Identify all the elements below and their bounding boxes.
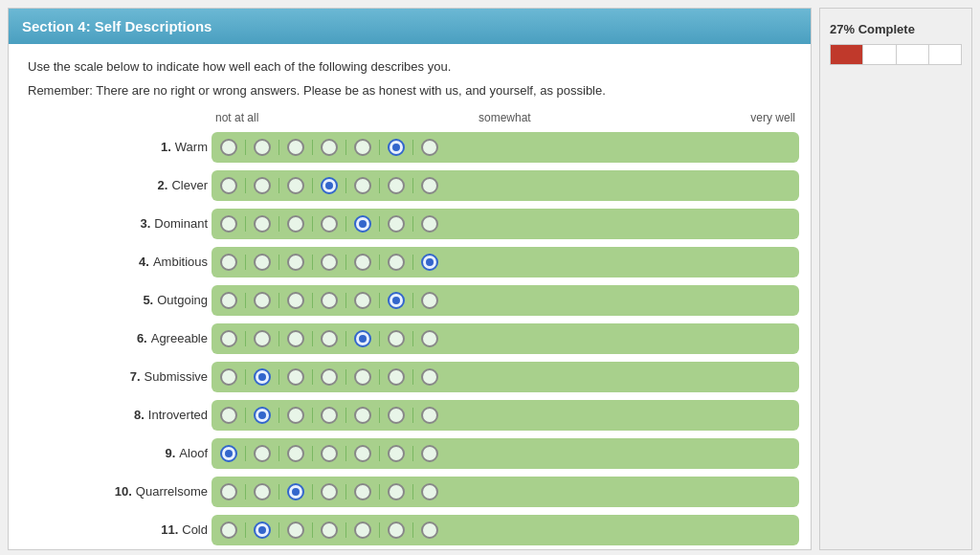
radio-group[interactable] <box>212 323 799 354</box>
radio-button[interactable] <box>254 522 271 539</box>
radio-cell[interactable] <box>351 289 374 312</box>
radio-cell[interactable] <box>284 251 307 274</box>
radio-button[interactable] <box>354 139 371 156</box>
radio-cell[interactable] <box>318 442 341 465</box>
radio-cell[interactable] <box>284 136 307 159</box>
radio-button[interactable] <box>321 292 338 309</box>
radio-button[interactable] <box>354 254 371 271</box>
radio-cell[interactable] <box>385 251 408 274</box>
radio-cell[interactable] <box>318 289 341 312</box>
radio-button[interactable] <box>388 483 405 500</box>
radio-button[interactable] <box>254 254 271 271</box>
radio-group[interactable] <box>212 515 799 545</box>
radio-cell[interactable] <box>318 519 341 542</box>
radio-cell[interactable] <box>385 442 408 465</box>
radio-cell[interactable] <box>217 480 240 503</box>
radio-button[interactable] <box>421 177 438 194</box>
radio-button[interactable] <box>354 330 371 347</box>
radio-button[interactable] <box>220 330 237 347</box>
radio-button[interactable] <box>388 292 405 309</box>
radio-button[interactable] <box>254 292 271 309</box>
radio-cell[interactable] <box>385 289 408 312</box>
radio-button[interactable] <box>321 445 338 462</box>
radio-group-cell[interactable] <box>210 320 801 358</box>
radio-button[interactable] <box>321 483 338 500</box>
radio-cell[interactable] <box>284 212 307 235</box>
radio-cell[interactable] <box>385 404 408 427</box>
radio-cell[interactable] <box>251 442 274 465</box>
radio-group-cell[interactable] <box>210 396 801 434</box>
radio-cell[interactable] <box>418 404 441 427</box>
radio-group-cell[interactable] <box>210 243 801 281</box>
radio-cell[interactable] <box>284 480 307 503</box>
radio-cell[interactable] <box>385 136 408 159</box>
radio-button[interactable] <box>321 215 338 233</box>
radio-cell[interactable] <box>284 519 307 542</box>
radio-cell[interactable] <box>418 174 441 197</box>
radio-group[interactable] <box>212 477 799 507</box>
radio-button[interactable] <box>421 445 438 462</box>
radio-button[interactable] <box>388 177 405 194</box>
radio-cell[interactable] <box>251 480 274 503</box>
radio-button[interactable] <box>388 330 405 347</box>
radio-button[interactable] <box>287 445 304 462</box>
radio-button[interactable] <box>287 292 304 309</box>
radio-cell[interactable] <box>351 519 374 542</box>
radio-cell[interactable] <box>351 251 374 274</box>
radio-button[interactable] <box>220 292 237 309</box>
radio-cell[interactable] <box>217 212 240 235</box>
radio-cell[interactable] <box>385 366 408 388</box>
radio-group[interactable] <box>212 285 799 316</box>
radio-button[interactable] <box>421 292 438 309</box>
radio-group-cell[interactable] <box>210 281 801 320</box>
radio-cell[interactable] <box>318 366 341 388</box>
radio-button[interactable] <box>220 445 237 462</box>
radio-button[interactable] <box>287 483 304 500</box>
radio-button[interactable] <box>220 522 237 539</box>
radio-cell[interactable] <box>318 212 341 235</box>
radio-button[interactable] <box>321 330 338 347</box>
radio-button[interactable] <box>421 254 438 271</box>
radio-cell[interactable] <box>351 174 374 197</box>
radio-cell[interactable] <box>217 174 240 197</box>
radio-cell[interactable] <box>217 404 240 427</box>
radio-cell[interactable] <box>318 251 341 274</box>
radio-group-cell[interactable] <box>210 473 801 511</box>
radio-button[interactable] <box>287 139 304 156</box>
radio-button[interactable] <box>421 215 438 233</box>
radio-button[interactable] <box>421 483 438 500</box>
radio-button[interactable] <box>321 368 338 386</box>
radio-cell[interactable] <box>351 327 374 350</box>
radio-button[interactable] <box>220 215 237 233</box>
radio-group[interactable] <box>212 247 799 278</box>
radio-cell[interactable] <box>251 366 274 388</box>
radio-button[interactable] <box>421 522 438 539</box>
radio-group-cell[interactable] <box>210 358 801 396</box>
radio-cell[interactable] <box>351 442 374 465</box>
radio-cell[interactable] <box>318 327 341 350</box>
radio-button[interactable] <box>388 139 405 156</box>
radio-cell[interactable] <box>318 136 341 159</box>
radio-cell[interactable] <box>217 327 240 350</box>
radio-button[interactable] <box>421 330 438 347</box>
radio-button[interactable] <box>220 139 237 156</box>
radio-group[interactable] <box>212 362 799 392</box>
radio-cell[interactable] <box>351 404 374 427</box>
radio-button[interactable] <box>254 368 271 386</box>
radio-group[interactable] <box>212 438 799 469</box>
radio-cell[interactable] <box>251 136 274 159</box>
radio-cell[interactable] <box>385 174 408 197</box>
radio-button[interactable] <box>287 522 304 539</box>
radio-button[interactable] <box>388 445 405 462</box>
radio-button[interactable] <box>321 139 338 156</box>
radio-button[interactable] <box>321 254 338 271</box>
radio-button[interactable] <box>220 368 237 386</box>
radio-cell[interactable] <box>418 519 441 542</box>
radio-cell[interactable] <box>251 327 274 350</box>
radio-button[interactable] <box>254 139 271 156</box>
radio-button[interactable] <box>354 407 371 424</box>
radio-cell[interactable] <box>251 289 274 312</box>
radio-cell[interactable] <box>351 136 374 159</box>
radio-button[interactable] <box>287 330 304 347</box>
radio-cell[interactable] <box>251 519 274 542</box>
